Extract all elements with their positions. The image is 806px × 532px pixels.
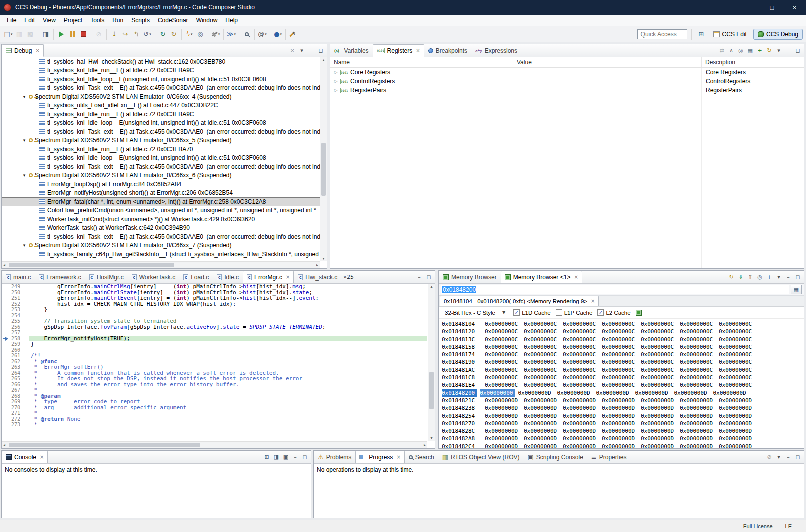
editor-tab-framework-c[interactable]: Framework.c bbox=[35, 271, 85, 283]
layout-button[interactable]: ▦ bbox=[746, 46, 755, 55]
memory-row[interactable]: 0x018481040x0000000C0x0000000C0x0000000C… bbox=[442, 320, 804, 328]
register-group-row[interactable]: ▷ControlRegistersControlRegisters bbox=[330, 77, 804, 86]
memory-value-cell[interactable]: 0x0000000C bbox=[485, 358, 524, 366]
new-file-button[interactable]: ▤▾ bbox=[3, 28, 14, 40]
memory-value-cell[interactable]: 0x0000000C bbox=[524, 358, 563, 366]
menu-item-file[interactable]: File bbox=[3, 15, 20, 26]
code-line-270[interactable]: 270 * arg - additional error specific ar… bbox=[2, 405, 428, 411]
debug-thread-row[interactable]: ▾Spectrum Digital XDS560V2 STM LAN Emula… bbox=[2, 241, 320, 250]
memory-address-cell[interactable]: 0x018481E4 bbox=[442, 381, 485, 389]
memory-value-cell[interactable]: 0x0000000C bbox=[680, 343, 719, 351]
memory-value-cell[interactable]: 0x0000000D bbox=[524, 443, 563, 448]
code-line-252[interactable]: 252 hist_idx = CHECK_MAIN_CTRL_HISTORY_I… bbox=[2, 301, 428, 307]
memory-value-cell[interactable]: 0x0000000D bbox=[680, 412, 719, 420]
debug-frame-row[interactable]: ColorFlow_preInitCmd(union <unnamed>, un… bbox=[2, 206, 320, 215]
maximize-button[interactable]: ◻ bbox=[316, 46, 326, 55]
view-tab-scripting-console[interactable]: ▣Scripting Console bbox=[524, 451, 587, 463]
view-tab-problems[interactable]: ⚠Problems bbox=[314, 451, 356, 463]
scroll-down-icon[interactable]: ▾ bbox=[320, 256, 327, 261]
trace-button[interactable]: ≫▾ bbox=[226, 28, 237, 40]
pin-view-button[interactable]: ◎ bbox=[756, 273, 764, 282]
memory-value-cell[interactable]: 0x0000000D bbox=[563, 412, 602, 420]
memory-row[interactable]: 0x018481E40x0000000C0x0000000C0x0000000C… bbox=[442, 381, 804, 389]
code-line-261[interactable]: 261/*! bbox=[2, 353, 428, 359]
memory-value-cell[interactable]: 0x0000000D bbox=[524, 427, 563, 435]
view-tab-breakpoints[interactable]: Breakpoints bbox=[424, 44, 472, 57]
debug-frame-row[interactable]: ErrorMgr_fatal(char *, int, enum <unname… bbox=[2, 197, 320, 206]
debug-frame-row[interactable]: ti_sysbios_knl_Task_exit__E() at Task.c:… bbox=[2, 84, 320, 93]
resume-button[interactable] bbox=[56, 28, 67, 40]
remove-all-button[interactable]: × bbox=[288, 46, 297, 55]
cache-checkbox-l1d-cache[interactable]: ✓L1D Cache bbox=[514, 309, 551, 316]
code-line-256[interactable]: 256 gSpDsp_Interface.fovParam[gSpDsp_Int… bbox=[2, 324, 428, 330]
debug-frame-row[interactable]: ti_sysbios_knl_Idle_loop__E(unsigned int… bbox=[2, 75, 320, 84]
memory-row[interactable]: 0x018482000x000000000x0000000D0x0000000D… bbox=[442, 389, 804, 397]
view-tab-expressions[interactable]: Expressions bbox=[472, 44, 522, 57]
memory-value-cell[interactable]: 0x0000000D bbox=[635, 389, 674, 397]
scroll-right-icon[interactable]: ▸ bbox=[316, 263, 318, 267]
open-perspective-button[interactable]: ⊞ bbox=[696, 28, 707, 40]
restart-button[interactable]: ↻ bbox=[158, 28, 168, 40]
memory-value-cell[interactable]: 0x0000000C bbox=[680, 351, 719, 358]
code-line-258[interactable]: 258 ErrorMgr_notifyHost(TRUE); bbox=[2, 336, 428, 342]
refresh-button[interactable]: ↻ bbox=[765, 46, 774, 55]
memory-value-cell[interactable]: 0x0000000D bbox=[485, 443, 524, 448]
close-tab-icon[interactable]: × bbox=[396, 454, 400, 460]
memory-value-cell[interactable]: 0x0000000D bbox=[680, 443, 719, 448]
scroll-thumb[interactable] bbox=[322, 143, 326, 196]
maximize-button[interactable]: ◻ bbox=[300, 453, 310, 462]
memory-value-cell[interactable]: 0x0000000C bbox=[602, 358, 641, 366]
memory-value-cell[interactable]: 0x0000000C bbox=[680, 366, 719, 374]
debug-frame-row[interactable]: ti_sysbios_knl_Task_exit__E() at Task.c:… bbox=[2, 127, 320, 136]
memory-value-cell[interactable]: 0x0000000C bbox=[485, 381, 524, 389]
expand-arrow-icon[interactable]: ▷ bbox=[334, 88, 338, 93]
memory-value-cell[interactable]: 0x0000000D bbox=[719, 443, 758, 448]
perspective-ccs-edit[interactable]: CCS Edit bbox=[709, 29, 752, 40]
memory-value-cell[interactable]: 0x0000000C bbox=[641, 366, 680, 374]
memory-value-cell[interactable]: 0x0000000C bbox=[524, 328, 563, 335]
memory-value-cell[interactable]: 0x0000000C bbox=[485, 343, 524, 351]
register-group-row[interactable]: ▷Core RegistersCore Registers bbox=[330, 68, 804, 77]
memory-value-cell[interactable]: 0x0000000C bbox=[641, 328, 680, 335]
memory-value-cell[interactable]: 0x0000000D bbox=[719, 420, 758, 427]
code-line-266[interactable]: 266 * and saves the error type into the … bbox=[2, 382, 428, 388]
memory-address-input[interactable]: 0x01848200 bbox=[441, 285, 790, 294]
new-rendering-button[interactable]: + bbox=[765, 273, 774, 282]
debug-frame-row[interactable]: ErrorMgr_notifyHost(unsigned short)() at… bbox=[2, 189, 320, 198]
memory-value-cell[interactable]: 0x0000000C bbox=[563, 381, 602, 389]
view-menu-button[interactable]: ▾ bbox=[774, 273, 784, 282]
memory-value-cell[interactable]: 0x0000000C bbox=[563, 328, 602, 335]
memory-value-cell[interactable]: 0x0000000D bbox=[719, 397, 758, 404]
memory-value-cell[interactable]: 0x0000000C bbox=[485, 351, 524, 358]
expand-arrow-icon[interactable]: ▷ bbox=[334, 70, 338, 75]
menu-item-edit[interactable]: Edit bbox=[20, 15, 39, 26]
refresh-button[interactable]: ↻ bbox=[727, 273, 736, 282]
memory-value-cell[interactable]: 0x0000000D bbox=[602, 404, 641, 412]
debug-frame-row[interactable]: ti_sysbios_utils_Load_idleFxn__E() at Lo… bbox=[2, 101, 320, 110]
memory-value-cell[interactable]: 0x0000000D bbox=[680, 435, 719, 442]
memory-value-cell[interactable]: 0x0000000C bbox=[602, 343, 641, 351]
memory-value-cell[interactable]: 0x0000000D bbox=[524, 420, 563, 427]
memory-value-cell[interactable]: 0x0000000C bbox=[719, 336, 758, 343]
expand-arrow-icon[interactable]: ▾ bbox=[22, 173, 27, 178]
memory-row[interactable]: 0x018481580x0000000C0x0000000C0x0000000C… bbox=[442, 343, 804, 351]
view-tab-console[interactable]: Console× bbox=[2, 451, 48, 463]
debug-frame-row[interactable]: ti_sysbios_hal_Hwi_checkStack() at Hwi_s… bbox=[2, 57, 320, 66]
memory-value-cell[interactable]: 0x0000000D bbox=[485, 404, 524, 412]
memory-value-cell[interactable]: 0x0000000C bbox=[485, 320, 524, 328]
memory-value-cell[interactable]: 0x0000000D bbox=[680, 427, 719, 435]
memory-value-cell[interactable]: 0x0000000D bbox=[602, 420, 641, 427]
memory-value-cell[interactable]: 0x0000000C bbox=[641, 343, 680, 351]
editor-tab-hostmgr-c[interactable]: HostMgr.c bbox=[86, 271, 128, 283]
memory-row[interactable]: 0x018481AC0x0000000C0x0000000C0x0000000C… bbox=[442, 366, 804, 374]
maximize-button[interactable]: ◻ bbox=[424, 273, 434, 282]
memory-value-cell[interactable]: 0x0000000C bbox=[485, 366, 524, 374]
memory-value-cell[interactable]: 0x0000000C bbox=[524, 374, 563, 381]
memory-value-cell[interactable]: 0x0000000D bbox=[719, 435, 758, 442]
menu-item-view[interactable]: View bbox=[39, 15, 60, 26]
memory-value-cell[interactable]: 0x0000000D bbox=[680, 397, 719, 404]
debug-frame-row[interactable]: ti_sysbios_knl_Idle_run__E() at Idle.c:7… bbox=[2, 110, 320, 119]
minimize-button[interactable]: – bbox=[415, 273, 424, 282]
memory-value-cell[interactable]: 0x0000000D bbox=[641, 397, 680, 404]
memory-row[interactable]: 0x0184813C0x0000000C0x0000000C0x0000000C… bbox=[442, 336, 804, 343]
